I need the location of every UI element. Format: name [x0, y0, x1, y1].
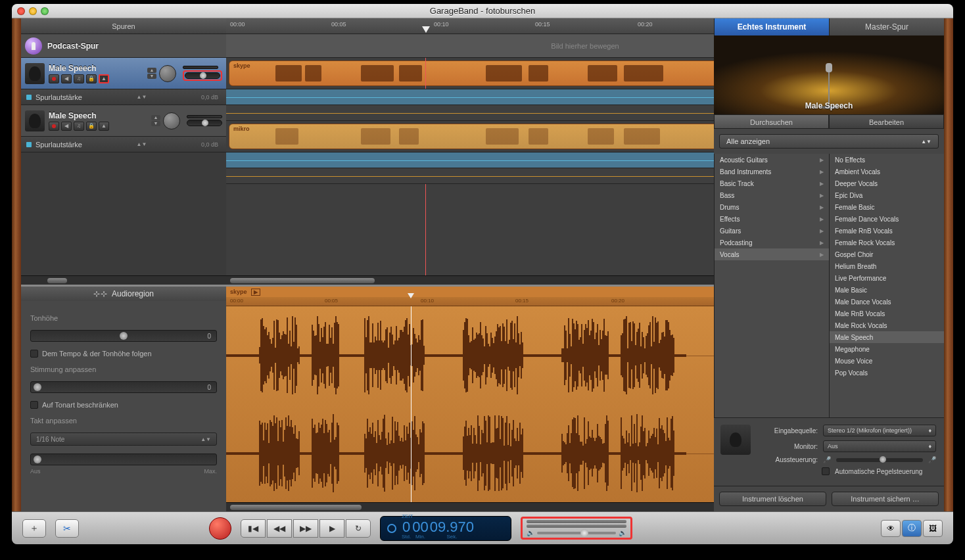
podcast-track-header[interactable]: Podcast-Spur	[21, 34, 226, 58]
automation-param-select-1[interactable]: Spurlautstärke ▲▼ 0,0 dB	[21, 89, 226, 105]
mute-button[interactable]: ◀	[61, 74, 72, 83]
wood-panel-right	[944, 18, 953, 511]
tab-real-instrument[interactable]: Echtes Instrument	[714, 18, 829, 35]
category-item[interactable]: Vocals▶	[715, 248, 829, 260]
preset-item[interactable]: Megaphone	[830, 343, 944, 355]
preset-item[interactable]: Female Basic	[830, 201, 944, 213]
tuning-slider[interactable]: 0	[30, 381, 217, 393]
solo-button[interactable]: ♫	[74, 122, 84, 131]
automation-toggle[interactable]: ▲	[99, 74, 109, 83]
preset-item[interactable]: Male Dance Vocals	[830, 296, 944, 308]
preset-item[interactable]: Male Rock Vocals	[830, 319, 944, 331]
preset-item[interactable]: Mouse Voice	[830, 355, 944, 367]
preset-list[interactable]: No EffectsAmbient VocalsDeeper VocalsEpi…	[829, 154, 944, 417]
follow-tempo-checkbox[interactable]: Dem Tempo & der Tonhöhe folgen	[30, 350, 217, 358]
input-source-select[interactable]: Stereo 1/2 (Mikrofon (integriert))♦	[823, 425, 936, 436]
delete-instrument-button[interactable]: Instrument löschen	[719, 492, 826, 506]
speaker-low-icon: 🔈	[527, 529, 534, 536]
track-up[interactable]: ▲	[147, 68, 156, 73]
preset-item[interactable]: Deeper Vocals	[830, 177, 944, 189]
solo-button[interactable]: ♫	[74, 74, 84, 83]
preset-item[interactable]: Ambient Vocals	[830, 166, 944, 177]
preview-instrument-name: Male Speech	[805, 101, 853, 110]
track-info-button[interactable]: ⓘ	[902, 520, 922, 537]
master-meter-r	[527, 525, 626, 528]
volume-slider[interactable]	[185, 72, 220, 79]
mic-low-icon: 🎤	[823, 456, 831, 463]
record-button[interactable]	[209, 517, 231, 540]
lock-button[interactable]: 🔒	[86, 74, 97, 83]
preset-item[interactable]: Gospel Choir	[830, 248, 944, 260]
preset-item[interactable]: Live Performance	[830, 272, 944, 284]
preset-item[interactable]: No Effects	[830, 154, 944, 166]
play-button[interactable]: ▶	[319, 519, 344, 538]
editor-playhead[interactable]	[411, 306, 412, 502]
playhead-marker[interactable]	[422, 26, 430, 33]
podcast-track-label: Podcast-Spur	[47, 41, 99, 51]
preset-item[interactable]: Female Rock Vocals	[830, 237, 944, 248]
mic-high-icon: 🎤	[928, 456, 936, 463]
track-2-header[interactable]: Male Speech ◀ ♫ 🔒 ▲ ▲▼	[21, 105, 226, 137]
master-volume-slider[interactable]	[537, 532, 616, 534]
automation-toggle[interactable]: ▲	[99, 122, 109, 131]
category-item[interactable]: Effects▶	[715, 213, 829, 225]
input-level-slider[interactable]	[836, 458, 923, 462]
tracks-header: Spuren	[21, 18, 226, 34]
category-item[interactable]: Band Instruments▶	[715, 166, 829, 177]
scissors-button[interactable]: ✂	[55, 519, 79, 538]
monitor-select[interactable]: Aus♦	[823, 440, 936, 452]
preset-item[interactable]: Female RnB Vocals	[830, 225, 944, 237]
preset-item[interactable]: Male Speech	[830, 331, 944, 343]
podcast-icon	[25, 37, 42, 55]
play-region-icon[interactable]: ▶	[251, 289, 260, 296]
filter-select[interactable]: Alle anzeigen▲▼	[719, 134, 939, 149]
track-down[interactable]: ▼	[147, 74, 156, 79]
record-enable-button[interactable]	[49, 74, 59, 83]
pan-knob[interactable]	[163, 112, 180, 129]
category-item[interactable]: Acoustic Guitars▶	[715, 154, 829, 166]
limit-key-checkbox[interactable]: Auf Tonart beschränken	[30, 401, 217, 409]
preset-item[interactable]: Epic Diva	[830, 189, 944, 201]
category-list[interactable]: Acoustic Guitars▶Band Instruments▶Basic …	[714, 154, 829, 417]
pitch-slider[interactable]: 0	[30, 330, 217, 342]
tracks-zoom-scroll[interactable]	[21, 275, 226, 285]
track-1-name: Male Speech	[49, 64, 143, 73]
forward-button[interactable]: ▶▶	[293, 519, 318, 538]
add-track-button[interactable]: ＋	[22, 519, 46, 538]
auto-level-checkbox[interactable]	[822, 467, 830, 475]
category-item[interactable]: Bass▶	[715, 189, 829, 201]
automation-color-icon	[26, 95, 32, 100]
timing-slider[interactable]	[30, 454, 217, 465]
volume-slider[interactable]	[187, 120, 222, 126]
preset-item[interactable]: Female Dance Vocals	[830, 213, 944, 225]
loop-browser-button[interactable]: 👁	[881, 520, 901, 537]
go-to-start-button[interactable]: ▮◀	[241, 519, 266, 538]
save-instrument-button[interactable]: Instrument sichern …	[832, 492, 939, 506]
category-item[interactable]: Basic Track▶	[715, 177, 829, 189]
category-item[interactable]: Podcasting▶	[715, 237, 829, 248]
track-1-header[interactable]: Male Speech ◀ ♫ 🔒 ▲ ▲▼	[21, 58, 226, 89]
pan-knob[interactable]	[159, 65, 176, 82]
pitch-label: Tonhöhe	[30, 314, 217, 322]
automation-param-select-2[interactable]: Spurlautstärke ▲▼ 0,0 dB	[21, 137, 226, 152]
rewind-button[interactable]: ◀◀	[267, 519, 292, 538]
preset-item[interactable]: Male RnB Vocals	[830, 308, 944, 319]
window-title: GarageBand - fotoburschen	[12, 6, 953, 16]
preset-item[interactable]: Pop Vocals	[830, 367, 944, 379]
lock-button[interactable]: 🔒	[86, 122, 97, 131]
record-enable-button[interactable]	[49, 122, 59, 131]
preset-item[interactable]: Male Basic	[830, 284, 944, 296]
wood-panel-left	[12, 18, 21, 511]
preset-item[interactable]: Helium Breath	[830, 260, 944, 272]
tuning-label: Stimmung anpassen	[30, 365, 217, 373]
timing-resolution-select[interactable]: 1/16 Note▲▼	[30, 432, 217, 446]
category-item[interactable]: Guitars▶	[715, 225, 829, 237]
cycle-button[interactable]: ↻	[346, 519, 371, 538]
subtab-browse[interactable]: Durchsuchen	[714, 114, 829, 129]
subtab-edit[interactable]: Bearbeiten	[829, 114, 944, 129]
tab-master-track[interactable]: Master-Spur	[829, 18, 944, 35]
mute-button[interactable]: ◀	[61, 122, 72, 131]
media-browser-button[interactable]: 🖼	[923, 520, 943, 537]
category-item[interactable]: Drums▶	[715, 201, 829, 213]
lcd-display[interactable]: ZEIT 0Std. 00Min. 09.970Sek.	[380, 516, 511, 541]
